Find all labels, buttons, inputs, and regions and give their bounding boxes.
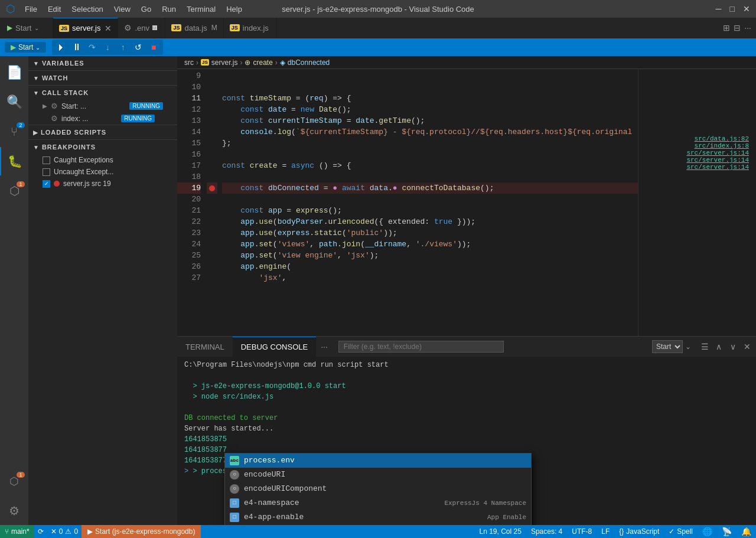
breadcrumb-create[interactable]: create — [253, 58, 272, 67]
tab-data-js[interactable]: JS data.js M — [165, 18, 223, 38]
menu-terminal[interactable]: Terminal — [182, 4, 220, 15]
step-out-button[interactable]: ↑ — [116, 41, 130, 54]
menu-edit[interactable]: Edit — [43, 4, 66, 15]
bp-server-checked-checkbox[interactable]: ✓ — [43, 180, 50, 188]
code-editor[interactable]: 9 10 11 12 13 14 15 16 17 18 19 20 21 22… — [177, 69, 638, 336]
menu-file[interactable]: File — [20, 4, 42, 15]
breadcrumb-src[interactable]: src — [184, 58, 194, 67]
variables-header[interactable]: ▼ VARIABLES — [28, 56, 177, 70]
ac-item-e4-app-enabled[interactable]: □ e4-app-enabled App Enabled — [225, 524, 531, 525]
bp-server-label: server.js src 19 — [63, 180, 111, 188]
panel-down-icon[interactable]: ∨ — [726, 340, 739, 353]
tab-more-icon[interactable]: ··· — [744, 23, 751, 32]
statusbar-language[interactable]: {} JavaScript — [614, 525, 664, 538]
stop-button[interactable]: ■ — [146, 41, 161, 54]
code-line-22: app.use(bodyParser.urlencoded({ extended… — [222, 216, 638, 227]
panel-up-icon[interactable]: ∧ — [712, 340, 725, 353]
statusbar-broadcast[interactable]: 📡 — [717, 525, 737, 538]
bp-uncaught-checkbox[interactable] — [43, 168, 50, 176]
activity-debug[interactable]: 🐛 — [0, 147, 28, 175]
step-into-button[interactable]: ↓ — [100, 41, 115, 54]
ac-item-encodeuricomponent[interactable]: ○ encodeURIComponent — [225, 482, 531, 496]
breadcrumb-dbconnected[interactable]: dbConnected — [288, 58, 330, 67]
tab-layout-icon[interactable]: ⊟ — [734, 23, 741, 32]
panel-list-icon[interactable]: ☰ — [698, 340, 711, 353]
statusbar-notification[interactable]: 🌐 — [698, 525, 717, 538]
debug-config-selector[interactable]: ▶ Start ⌄ — [5, 42, 46, 53]
tab-split-icon[interactable]: ⊞ — [723, 23, 730, 32]
restart-button[interactable]: ↺ — [131, 41, 145, 54]
statusbar-spell[interactable]: ✓ Spell — [664, 525, 698, 538]
loaded-scripts-header[interactable]: ▶ LOADED SCRIPTS — [28, 125, 177, 139]
code-line-19: const dbConnected = ● await data.● conne… — [222, 182, 638, 194]
statusbar-sync[interactable]: ⟳ — [34, 525, 47, 538]
menu-selection[interactable]: Selection — [67, 4, 107, 15]
code-line-20 — [222, 194, 638, 205]
terminal-server-started: Server has started... — [184, 423, 749, 434]
tab-env[interactable]: ⚙ .env M — [118, 18, 165, 38]
code-content[interactable]: const timeStamp = (req) => { const date … — [217, 69, 638, 336]
activity-explorer[interactable]: 📄 — [0, 58, 28, 87]
menu-help[interactable]: Help — [221, 4, 247, 15]
statusbar-debug[interactable]: ▶ Start (js-e2e-express-mongodb) — [82, 525, 201, 538]
ac-item-e4-app-enable[interactable]: □ e4-app-enable App Enable — [225, 510, 531, 524]
callstack-header[interactable]: ▼ CALL STACK — [28, 86, 177, 100]
tab-debug-console[interactable]: DEBUG CONSOLE — [233, 337, 316, 357]
panel-more-btn[interactable]: ··· — [316, 337, 333, 357]
statusbar-errors[interactable]: ✕ 0 ⚠ 0 — [47, 525, 82, 538]
code-line-16 — [222, 149, 638, 160]
language-label: JavaScript — [626, 527, 659, 536]
tab-index-js[interactable]: JS index.js — [224, 18, 277, 38]
callstack-start-icon: ⚙ — [51, 102, 58, 110]
activity-source-control[interactable]: ⑂ 2 — [0, 118, 28, 146]
minimize-button[interactable]: ─ — [716, 4, 722, 14]
panel-close-icon[interactable]: ✕ — [741, 340, 754, 353]
panel-filter-input[interactable] — [338, 341, 504, 353]
close-button[interactable]: ✕ — [743, 4, 750, 14]
statusbar-branch[interactable]: ⑂ main* — [0, 525, 34, 538]
chevron-down-icon: ⌄ — [35, 44, 40, 51]
statusbar-spaces[interactable]: Spaces: 4 — [526, 525, 567, 538]
ac-icon-abc: abc — [230, 456, 239, 465]
menu-go[interactable]: Go — [136, 4, 156, 15]
callstack-item-index[interactable]: ⚙ index: ... RUNNING — [28, 112, 177, 125]
statusbar-bell[interactable]: 🔔 — [737, 525, 756, 538]
activity-settings[interactable]: ⚙ — [0, 497, 28, 525]
right-link-2[interactable]: src/index.js:8 — [695, 142, 749, 149]
activity-search[interactable]: 🔍 — [0, 88, 28, 116]
ac-item-e4-namespace[interactable]: □ e4-namespace ExpressJs 4 Namespace — [225, 496, 531, 510]
panel-actions: ☰ ∧ ∨ ✕ — [696, 337, 756, 357]
right-link-5[interactable]: src/server.js:14 — [686, 164, 749, 171]
continue-button[interactable]: ⏵ — [54, 41, 69, 54]
right-link-3[interactable]: src/server.js:14 — [686, 149, 749, 156]
activity-remote[interactable]: ⬡ 1 — [0, 467, 28, 495]
statusbar-encoding[interactable]: UTF-8 — [567, 525, 597, 538]
pause-button[interactable]: ⏸ — [70, 41, 84, 54]
loaded-scripts-label: LOADED SCRIPTS — [41, 129, 106, 136]
menu-view[interactable]: View — [109, 4, 135, 15]
panel-config-select[interactable]: Start — [652, 340, 683, 353]
watch-header[interactable]: ▼ WATCH — [28, 71, 177, 85]
tab-start[interactable]: ▶ Start ⌄ — [0, 18, 53, 38]
panel-content[interactable]: C:\Program Files\nodejs\npm cmd run scri… — [177, 357, 756, 525]
breakpoints-header[interactable]: ▼ BREAKPOINTS — [28, 140, 177, 154]
tab-server-close[interactable]: ✕ — [105, 24, 112, 33]
watch-label: WATCH — [42, 74, 69, 81]
statusbar-position[interactable]: Ln 19, Col 25 — [474, 525, 526, 538]
right-link-4[interactable]: src/server.js:14 — [686, 156, 749, 164]
tab-terminal[interactable]: TERMINAL — [177, 337, 233, 357]
maximize-button[interactable]: □ — [730, 4, 735, 14]
right-link-1[interactable]: src/data.js:82 — [695, 135, 749, 142]
activity-extensions[interactable]: ⬡ 1 — [0, 177, 28, 205]
tab-server-js[interactable]: JS server.js ✕ — [53, 18, 118, 38]
statusbar-line-ending[interactable]: LF — [597, 525, 614, 538]
bp-caught-checkbox[interactable] — [43, 156, 50, 164]
ac-item-encodeuri[interactable]: ○ encodeURI — [225, 468, 531, 482]
bp-server-line: ✓ server.js src 19 — [28, 178, 177, 190]
callstack-item-start[interactable]: ▶ ⚙ Start: ... RUNNING — [28, 100, 177, 112]
step-over-button[interactable]: ↷ — [85, 41, 99, 54]
breadcrumb-server-js[interactable]: server.js — [211, 58, 238, 67]
menu-run[interactable]: Run — [157, 4, 181, 15]
breakpoints-section: ▼ BREAKPOINTS Caught Exceptions Uncaught… — [28, 140, 177, 190]
ac-item-process-env[interactable]: abc process.env — [225, 454, 531, 468]
